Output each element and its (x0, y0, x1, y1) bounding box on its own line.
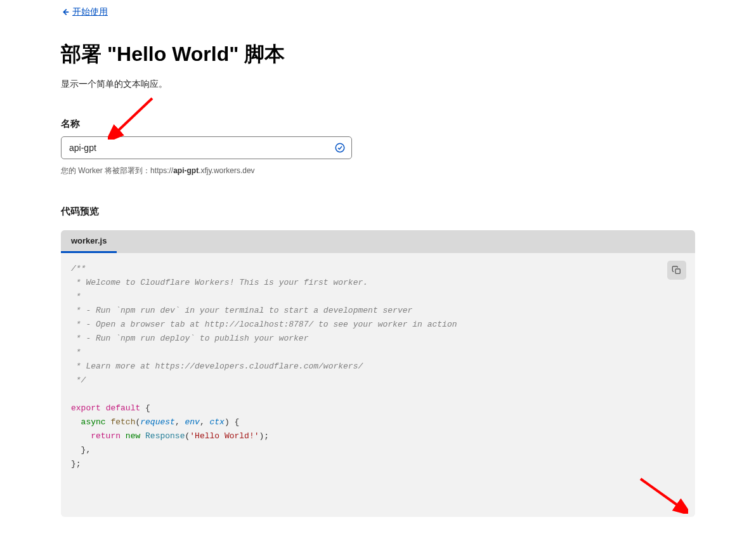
code-panel: worker.js /** * Welcome to Cloudflare Wo… (61, 230, 695, 517)
page-subtitle: 显示一个简单的文本响应。 (61, 79, 695, 90)
svg-rect-1 (675, 269, 680, 273)
tab-worker-js[interactable]: worker.js (61, 230, 117, 253)
name-label: 名称 (61, 118, 695, 130)
copy-code-button[interactable] (667, 261, 686, 280)
code-preview-title: 代码预览 (61, 205, 695, 218)
code-comment-0: /** (71, 264, 86, 273)
arrow-left-icon (61, 8, 70, 16)
code-comment-5: * - Run `npm run deploy` to publish your… (71, 334, 308, 343)
code-comment-2: * (71, 292, 81, 301)
code-comment-7: * Learn more at https://developers.cloud… (71, 362, 363, 371)
back-link-label: 开始使用 (72, 6, 108, 18)
copy-icon (672, 265, 682, 275)
svg-point-0 (336, 143, 344, 152)
deploy-url-hint: 您的 Worker 将被部署到：https://api-gpt.xfjy.wor… (61, 166, 695, 176)
code-comment-4: * - Open a browser tab at http://localho… (71, 320, 457, 329)
code-comment-8: */ (71, 375, 86, 385)
back-link[interactable]: 开始使用 (61, 6, 108, 18)
name-input-wrapper (61, 136, 352, 159)
code-comment-6: * (71, 348, 81, 357)
page-title: 部署 "Hello World" 脚本 (61, 41, 695, 68)
code-comment-3: * - Run `npm run dev` in your terminal t… (71, 306, 412, 315)
check-circle-icon (334, 142, 346, 153)
code-body: /** * Welcome to Cloudflare Workers! Thi… (61, 253, 695, 517)
name-input[interactable] (61, 136, 352, 159)
annotation-arrow-1 (108, 95, 159, 140)
code-tab-bar: worker.js (61, 230, 695, 253)
code-comment-1: * Welcome to Cloudflare Workers! This is… (71, 278, 368, 287)
